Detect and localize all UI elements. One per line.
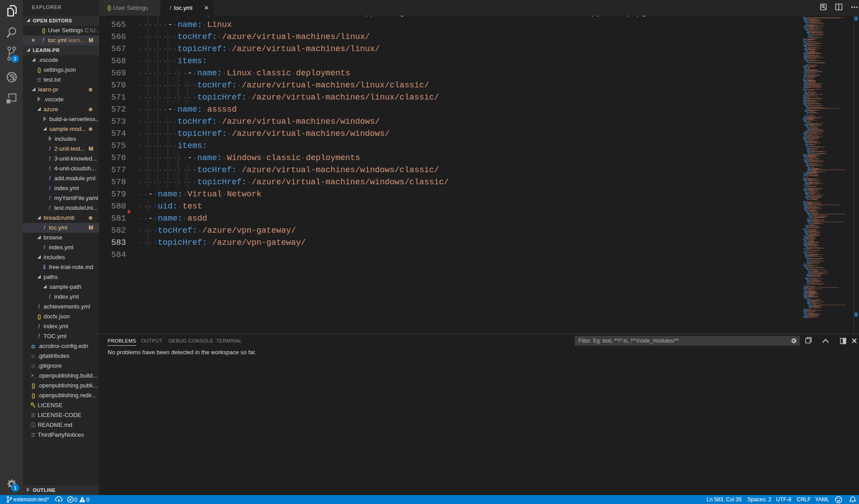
svg-text:2: 2 bbox=[13, 56, 16, 61]
svg-text:1: 1 bbox=[14, 485, 17, 491]
svg-text:0: 0 bbox=[74, 497, 78, 503]
svg-text:0: 0 bbox=[87, 497, 90, 503]
